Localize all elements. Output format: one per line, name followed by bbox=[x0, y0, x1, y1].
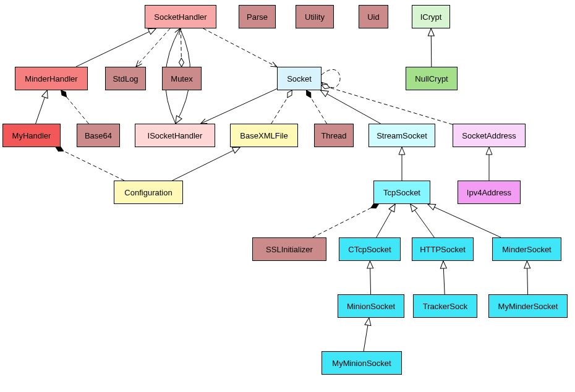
class-label: SocketHandler bbox=[154, 12, 207, 22]
edge-SocketHandler-Mutex bbox=[181, 28, 181, 67]
edge-MyMinionSocket-MinionSocket bbox=[364, 318, 369, 351]
class-label: NullCrypt bbox=[415, 74, 448, 83]
class-MyMinderSocket: MyMinderSocket bbox=[488, 294, 568, 318]
class-label: MinionSocket bbox=[347, 302, 395, 311]
class-label: Mutex bbox=[171, 74, 192, 83]
class-label: Socket bbox=[287, 74, 312, 83]
edge-StreamSocket-Socket bbox=[320, 90, 380, 124]
class-Ipv4Address: Ipv4Address bbox=[458, 181, 521, 204]
edge-Socket-Socket bbox=[322, 69, 340, 87]
class-label: SocketAddress bbox=[462, 131, 516, 140]
class-Mutex: Mutex bbox=[162, 67, 202, 90]
class-label: MyMinionSocket bbox=[332, 359, 391, 368]
class-label: Thread bbox=[321, 131, 346, 140]
edge-SSLInitializer-TcpSocket bbox=[313, 204, 379, 237]
class-label: CTcpSocket bbox=[348, 245, 391, 254]
class-Uid: Uid bbox=[359, 5, 388, 28]
edge-Thread-Socket bbox=[307, 90, 327, 124]
class-label: MyHandler bbox=[12, 131, 51, 140]
class-StreamSocket: StreamSocket bbox=[368, 124, 435, 147]
class-StdLog: StdLog bbox=[105, 67, 146, 90]
class-label: Configuration bbox=[124, 188, 172, 197]
class-SSLInitializer: SSLInitializer bbox=[252, 237, 326, 261]
class-label: Uid bbox=[367, 12, 380, 22]
class-label: StreamSocket bbox=[377, 131, 427, 140]
class-ISocketHandler: ISocketHandler bbox=[135, 124, 215, 147]
class-label: ISocketHandler bbox=[148, 131, 203, 140]
edge-Configuration-BaseXMLFile bbox=[172, 147, 241, 181]
class-label: TrackerSock bbox=[423, 302, 467, 311]
class-label: MinderHandler bbox=[25, 74, 77, 83]
class-label: TcpSocket bbox=[383, 188, 420, 197]
class-label: StdLog bbox=[113, 74, 138, 83]
edge-NullCrypt-ICrypt bbox=[431, 28, 432, 67]
class-label: HTTPSocket bbox=[420, 245, 466, 254]
edge-SocketHandler-Socket bbox=[203, 28, 277, 67]
edge-MinderSocket-TcpSocket bbox=[428, 204, 501, 237]
class-label: MinderSocket bbox=[502, 245, 551, 254]
class-Parse: Parse bbox=[239, 5, 276, 28]
edge-SocketAddress-Socket bbox=[322, 85, 453, 125]
class-label: Base64 bbox=[85, 131, 112, 140]
edge-MinionSocket-CTcpSocket bbox=[370, 261, 370, 294]
edge-MyHandler-MinderHandler bbox=[36, 90, 48, 124]
class-diagram: SocketHandlerParseUtilityUidICryptMinder… bbox=[0, 0, 575, 392]
class-SocketHandler: SocketHandler bbox=[145, 5, 216, 28]
class-label: BaseXMLFile bbox=[240, 131, 288, 140]
class-label: Ipv4Address bbox=[467, 188, 511, 197]
edge-TrackerSock-HTTPSocket bbox=[443, 261, 445, 294]
edge-Base64-MinderHandler bbox=[61, 90, 89, 124]
class-BaseXMLFile: BaseXMLFile bbox=[230, 124, 298, 147]
class-Configuration: Configuration bbox=[114, 181, 183, 204]
class-Base64: Base64 bbox=[77, 124, 120, 147]
class-TcpSocket: TcpSocket bbox=[373, 181, 430, 204]
class-NullCrypt: NullCrypt bbox=[406, 67, 458, 90]
edge-MinderHandler-SocketHandler bbox=[76, 28, 156, 67]
class-CTcpSocket: CTcpSocket bbox=[339, 237, 401, 261]
class-MyHandler: MyHandler bbox=[2, 124, 61, 147]
edge-HTTPSocket-TcpSocket bbox=[411, 204, 435, 237]
class-Socket: Socket bbox=[277, 67, 322, 90]
class-label: Parse bbox=[247, 12, 268, 22]
class-ICrypt: ICrypt bbox=[412, 5, 450, 28]
class-MinderSocket: MinderSocket bbox=[492, 237, 561, 261]
class-HTTPSocket: HTTPSocket bbox=[412, 237, 474, 261]
class-MinionSocket: MinionSocket bbox=[338, 294, 404, 318]
edge-BaseXMLFile-Socket bbox=[271, 90, 292, 124]
class-label: ICrypt bbox=[420, 12, 442, 22]
class-SocketAddress: SocketAddress bbox=[453, 124, 526, 147]
class-MinderHandler: MinderHandler bbox=[15, 67, 88, 90]
class-TrackerSock: TrackerSock bbox=[413, 294, 477, 318]
class-Thread: Thread bbox=[314, 124, 354, 147]
edge-SocketHandler-StdLog bbox=[136, 28, 170, 67]
class-MyMinionSocket: MyMinionSocket bbox=[322, 351, 402, 375]
class-label: MyMinderSocket bbox=[498, 302, 558, 311]
edge-CTcpSocket-TcpSocket bbox=[377, 204, 396, 237]
class-label: SSLInitializer bbox=[266, 245, 313, 254]
edge-MyMinderSocket-MinderSocket bbox=[527, 261, 527, 294]
class-Utility: Utility bbox=[296, 5, 334, 28]
edge-Configuration-MyHandler bbox=[56, 147, 124, 181]
edge-Socket-ISocketHandler bbox=[201, 88, 277, 124]
class-label: Utility bbox=[305, 12, 325, 22]
